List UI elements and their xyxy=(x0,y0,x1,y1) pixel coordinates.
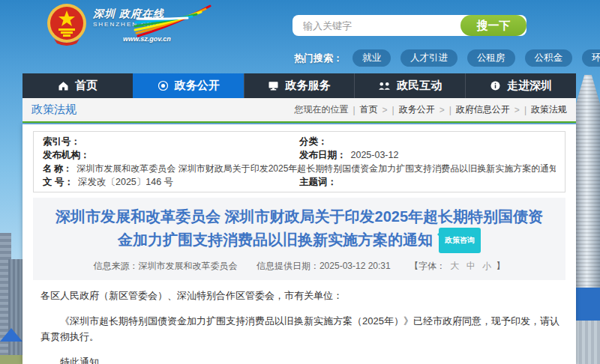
hot-tag-gongjijin[interactable]: 公积金 xyxy=(525,49,573,67)
breadcrumb-zhengwu-gongkai[interactable]: 政务公开 xyxy=(399,103,435,116)
wing-swoosh-icon xyxy=(132,3,214,42)
info-source: 信息来源：深圳市发展和改革委员会 xyxy=(94,261,238,271)
article-body: 各区人民政府（新区管委会）、深汕特别合作区管委会，市有关单位： 《深圳市超长期特… xyxy=(22,280,576,364)
nav-item-zhengwu-gongkai[interactable]: 政务公开 xyxy=(133,73,244,98)
font-size-close: 】 xyxy=(496,261,505,271)
breadcrumb-location-label: 您现在的位置 xyxy=(294,103,348,116)
emblem-badge-icon xyxy=(158,80,169,91)
font-size-small[interactable]: 小 xyxy=(482,261,491,271)
search-bar: 搜一下 xyxy=(292,15,526,36)
meta-label-docnum: 文 号： xyxy=(43,175,74,189)
content-panel: 索引号： 分类： 发布机构： 发布日期： 2025-03-12 xyxy=(22,124,576,364)
info-circle-icon xyxy=(490,80,501,91)
monitor-icon xyxy=(268,80,279,91)
nav-label: 首页 xyxy=(75,79,98,93)
meta-row: 名 称： 深圳市发展和改革委员会 深圳市财政局关于印发2025年超长期特别国债资… xyxy=(43,162,556,175)
nav-label: 政务公开 xyxy=(175,79,220,93)
search-button[interactable]: 搜一下 xyxy=(460,15,526,36)
nav-item-zhengwu-fuwu[interactable]: 政务服务 xyxy=(244,73,355,98)
hot-search-label: 热门搜索： xyxy=(294,52,343,65)
nav-label: 政务服务 xyxy=(285,79,330,93)
people-icon xyxy=(378,80,391,91)
right-skyscraper-image xyxy=(576,75,600,364)
document-meta-table: 索引号： 分类： 发布机构： 发布日期： 2025-03-12 xyxy=(33,131,566,192)
paragraph-closing: 特此通知。 xyxy=(40,354,564,364)
hot-tag-jiuye[interactable]: 就业 xyxy=(352,49,391,67)
paragraph-salutation: 各区人民政府（新区管委会）、深汕特别合作区管委会，市有关单位： xyxy=(40,288,564,303)
paragraph-main: 《深圳市超长期特别国债资金加力扩围支持消费品以旧换新实施方案（2025年）》已经… xyxy=(40,313,564,345)
hot-tag-huanbao[interactable]: 环保 xyxy=(582,49,600,67)
meta-value-name: 深圳市发展和改革委员会 深圳市财政局关于印发2025年超长期特别国债资金加力扩围… xyxy=(76,162,556,175)
meta-label-category: 分类： xyxy=(299,135,328,148)
info-provide-date: 信息提供日期：2025-03-12 20:31 xyxy=(256,261,391,271)
meta-value-pubdate: 2025-03-12 xyxy=(351,148,399,162)
page-title: 深圳市发展和改革委员会 深圳市财政局关于印发2025年超长期特别国债资金加力扩围… xyxy=(52,205,546,253)
breadcrumb-bar: 政策法规 您现在的位置 | 首页 > | 政务公开 > | 政府信息公开 > |… xyxy=(22,98,576,123)
meta-label-name: 名 称： xyxy=(43,162,72,175)
breadcrumb-home[interactable]: 首页 xyxy=(360,103,378,116)
font-size-medium[interactable]: 中 xyxy=(466,261,476,271)
site-logo: 深圳 政府在线 SHENZHEN CHINA www.sz.gov.cn xyxy=(93,7,206,49)
left-buildings-image xyxy=(0,217,22,364)
article-header: 深圳市发展和改革委员会 深圳市财政局关于印发2025年超长期特别国债资金加力扩围… xyxy=(33,198,566,280)
nav-label: 政民互动 xyxy=(397,79,442,93)
meta-label-agency: 发布机构： xyxy=(43,148,90,162)
meta-label-keywords: 主题词： xyxy=(299,175,337,189)
breadcrumb-xinxi-gongkai[interactable]: 政府信息公开 xyxy=(456,103,510,116)
main-nav: 首页 政务公开 政务服务 政民互动 xyxy=(22,73,576,98)
policy-consult-badge[interactable]: 政策咨询 xyxy=(439,228,481,253)
nav-item-zoujin-shenzhen[interactable]: 走进深圳 xyxy=(465,73,576,98)
font-size-large[interactable]: 大 xyxy=(450,261,459,271)
meta-row: 文 号： 深发改〔2025〕146 号 主题词： xyxy=(43,175,556,189)
section-title: 政策法规 xyxy=(32,103,76,117)
nav-item-zhengmin-hudong[interactable]: 政民互动 xyxy=(354,73,465,98)
home-icon xyxy=(58,80,69,91)
article-info-line: 信息来源：深圳市发展和改革委员会 信息提供日期：2025-03-12 20:31… xyxy=(52,260,546,273)
national-emblem-icon xyxy=(45,3,88,46)
nav-item-home[interactable]: 首页 xyxy=(22,73,133,98)
font-size-open: 【字体： xyxy=(410,261,446,271)
meta-value-docnum: 深发改〔2025〕146 号 xyxy=(78,175,173,189)
meta-row: 索引号： 分类： xyxy=(43,135,556,148)
meta-label-pubdate: 发布日期： xyxy=(299,148,346,162)
hot-tag-gongzufang[interactable]: 公租房 xyxy=(467,49,515,67)
hot-tag-rencai[interactable]: 人才引进 xyxy=(400,49,458,67)
breadcrumb: 您现在的位置 | 首页 > | 政务公开 > | 政府信息公开 > | 政策法规 xyxy=(294,103,567,116)
page: 深圳 政府在线 SHENZHEN CHINA www.sz.gov.cn 搜一下… xyxy=(0,0,600,364)
meta-label-index: 索引号： xyxy=(43,135,80,148)
meta-row: 发布机构： 发布日期： 2025-03-12 xyxy=(43,148,556,162)
nav-label: 走进深圳 xyxy=(507,79,552,93)
hot-search-row: 热门搜索： 就业 人才引进 公租房 公积金 环保 xyxy=(294,49,600,67)
breadcrumb-current[interactable]: 政策法规 xyxy=(531,103,567,116)
